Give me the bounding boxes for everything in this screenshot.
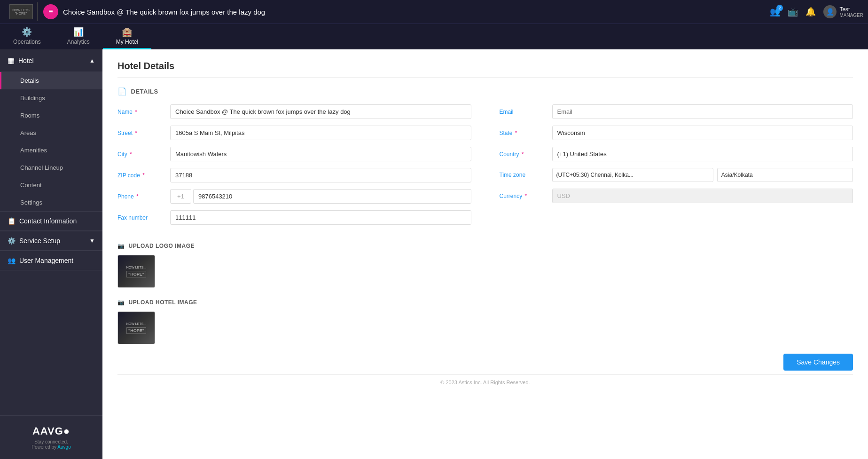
logo-thumbnail[interactable]: NOW LETS... "HOPE" [117, 255, 155, 288]
sidebar-item-settings[interactable]: Settings [0, 194, 102, 211]
phone-label: Phone * [117, 193, 164, 200]
footer-powered: Powered by Aavgo [8, 444, 95, 450]
currency-label: Currency * [500, 193, 547, 199]
secondary-nav: ⚙️ Operations 📊 Analytics 🏨 My Hotel [0, 24, 868, 49]
sidebar-hotel-header[interactable]: ▦ Hotel ▲ [0, 49, 102, 72]
state-label: State * [500, 130, 547, 136]
city-input[interactable] [170, 147, 471, 161]
nav-item-operations[interactable]: ⚙️ Operations [0, 24, 54, 49]
hotel-thumb-inner: NOW LETS... "HOPE" [118, 312, 155, 344]
sidebar-hotel-section: ▦ Hotel ▲ Details Buildings Rooms Areas … [0, 49, 102, 211]
sidebar-item-content[interactable]: Content [0, 176, 102, 194]
city-row: City * [117, 147, 471, 161]
user-name: Test [839, 6, 863, 13]
timezone-select-2[interactable]: Asia/Kolkata [717, 168, 853, 182]
operations-icon: ⚙️ [22, 27, 32, 37]
country-row: Country * (+1) United States [500, 147, 853, 161]
timezone-select-1[interactable]: (UTC+05:30) Chennai, Kolka... [552, 168, 713, 182]
brand-title: Choice Sandbox @ The quick brown fox jum… [63, 8, 265, 16]
fax-input[interactable] [170, 210, 471, 225]
country-label: Country * [500, 151, 547, 158]
phone-code-input[interactable] [170, 189, 191, 204]
notification-badge: 2 [776, 5, 783, 11]
sidebar-item-rooms[interactable]: Rooms [0, 107, 102, 124]
sidebar-item-buildings[interactable]: Buildings [0, 89, 102, 107]
timezone-row: Time zone (UTC+05:30) Chennai, Kolka... … [500, 168, 853, 182]
details-icon: 📄 [117, 87, 127, 96]
sidebar-contact-info[interactable]: 📋 Contact Information [0, 212, 102, 231]
user-details: Test MANAGER [839, 6, 863, 18]
content-footer: © 2023 Astics Inc. All Rights Reserved. [117, 374, 853, 390]
service-setup-chevron-icon: ▼ [89, 237, 95, 244]
monitor-icon-btn[interactable]: 📺 [788, 7, 798, 17]
user-info: 👤 Test MANAGER [823, 5, 863, 18]
bell-icon-btn[interactable]: 🔔 [805, 7, 816, 17]
sidebar: ▦ Hotel ▲ Details Buildings Rooms Areas … [0, 49, 102, 459]
sidebar-service-setup[interactable]: ⚙️ Service Setup ▼ [0, 231, 102, 251]
upload-logo-header: 📷 UPLOAD LOGO IMAGE [117, 243, 853, 249]
myhotel-icon: 🏨 [122, 27, 132, 37]
form-right-column: Email State * Country * [500, 104, 853, 231]
currency-row: Currency * [500, 189, 853, 203]
monitor-icon: 📺 [788, 7, 798, 16]
sidebar-item-amenities[interactable]: Amenities [0, 142, 102, 159]
zip-label: ZIP code * [117, 172, 164, 179]
name-row: Name * [117, 104, 471, 119]
service-setup-label: Service Setup [19, 237, 60, 245]
aavgo-link[interactable]: Aavgo [57, 444, 70, 450]
state-row: State * [500, 126, 853, 140]
brand-container: ≡ Choice Sandbox @ The quick brown fox j… [43, 4, 265, 19]
street-row: Street * [117, 126, 471, 140]
sidebar-item-channel-lineup[interactable]: Channel Lineup [0, 159, 102, 176]
form-grid: Name * Street * City * [117, 104, 853, 231]
phone-input-group [170, 189, 471, 204]
upload-logo-icon: 📷 [117, 243, 125, 249]
phone-row: Phone * [117, 189, 471, 204]
zip-input[interactable] [170, 168, 471, 182]
brand-icon: ≡ [43, 4, 58, 19]
street-input[interactable] [170, 126, 471, 140]
fax-row: Fax number [117, 210, 471, 225]
email-input[interactable] [552, 104, 853, 119]
timezone-inputs: (UTC+05:30) Chennai, Kolka... Asia/Kolka… [552, 168, 853, 182]
zip-row: ZIP code * [117, 168, 471, 182]
hotel-icon: ▦ [8, 56, 15, 65]
phone-number-input[interactable] [193, 189, 471, 204]
sidebar-footer: AAVG● Stay connected. Powered by Aavgo [0, 415, 102, 459]
details-label: DETAILS [131, 88, 158, 95]
page-title: Hotel Details [117, 61, 853, 78]
upload-hotel-icon: 📷 [117, 299, 125, 306]
analytics-icon: 📊 [73, 27, 84, 37]
nav-item-myhotel[interactable]: 🏨 My Hotel [103, 24, 151, 49]
analytics-label: Analytics [67, 39, 90, 45]
save-button[interactable]: Save Changes [783, 354, 853, 371]
logo-thumb-inner: NOW LETS... "HOPE" [118, 255, 155, 287]
name-label: Name * [117, 109, 164, 115]
state-input[interactable] [552, 126, 853, 140]
sidebar-item-areas[interactable]: Areas [0, 124, 102, 142]
top-nav: NOW LETS"HOPE" ≡ Choice Sandbox @ The qu… [0, 0, 868, 24]
hotel-chevron-icon: ▲ [89, 57, 95, 64]
sidebar-item-details[interactable]: Details [0, 72, 102, 89]
user-management-label: User Management [19, 257, 73, 264]
upload-hotel-header: 📷 UPLOAD HOTEL IMAGE [117, 299, 853, 306]
city-label: City * [117, 151, 164, 158]
main-content: Hotel Details 📄 DETAILS Name * St [102, 49, 868, 459]
upload-hotel-label: UPLOAD HOTEL IMAGE [129, 299, 197, 306]
sidebar-hotel-label: Hotel [18, 57, 34, 64]
nav-item-analytics[interactable]: 📊 Analytics [54, 24, 103, 49]
country-select[interactable]: (+1) United States [552, 147, 853, 161]
fax-label: Fax number [117, 214, 164, 221]
sidebar-user-management[interactable]: 👥 User Management [0, 251, 102, 270]
currency-input [552, 189, 853, 203]
user-management-icon: 👥 [8, 257, 16, 264]
contact-info-label: Contact Information [19, 217, 77, 225]
logo: NOW LETS"HOPE" [9, 4, 33, 19]
footer-brand: AAVG● [8, 425, 95, 437]
users-icon-btn[interactable]: 👥 2 [770, 7, 780, 17]
user-role: MANAGER [839, 13, 863, 18]
hotel-thumbnail[interactable]: NOW LETS... "HOPE" [117, 311, 155, 344]
upload-logo-section: 📷 UPLOAD LOGO IMAGE NOW LETS... "HOPE" [117, 243, 853, 288]
name-input[interactable] [170, 104, 471, 119]
save-bar: Save Changes [117, 344, 853, 374]
